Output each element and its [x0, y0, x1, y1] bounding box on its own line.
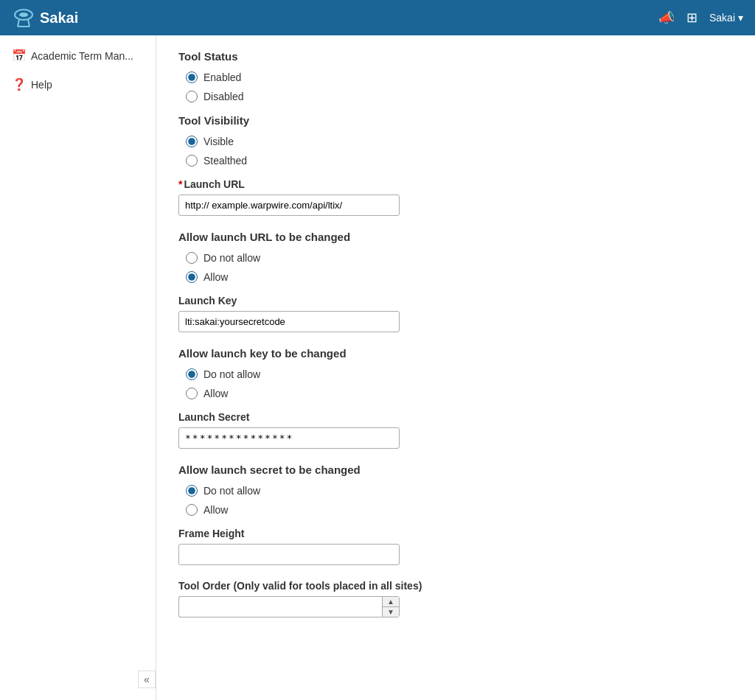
tool-visibility-visible-radio[interactable]: [186, 136, 198, 147]
spinner-controls: ▲ ▼: [382, 596, 400, 617]
tool-status-disabled-radio[interactable]: [186, 91, 198, 102]
allow-launch-url-do-not-allow-radio[interactable]: [186, 252, 198, 264]
allow-launch-url-section: Allow launch URL to be changed Do not al…: [178, 231, 733, 283]
svg-line-2: [18, 19, 19, 27]
allow-launch-key-section: Allow launch key to be changed Do not al…: [178, 347, 733, 399]
tool-visibility-stealthed-radio[interactable]: [186, 155, 198, 167]
allow-launch-secret-allow-radio[interactable]: [186, 504, 198, 516]
allow-launch-url-allow-radio[interactable]: [186, 271, 198, 283]
tool-status-disabled-label: Disabled: [203, 91, 243, 102]
tool-status-disabled-option[interactable]: Disabled: [186, 91, 733, 102]
tool-visibility-stealthed-label: Stealthed: [203, 155, 247, 167]
tool-order-spinner: ▲ ▼: [178, 596, 400, 617]
allow-launch-secret-do-not-allow-radio[interactable]: [186, 485, 198, 497]
allow-launch-key-do-not-allow-label: Do not allow: [203, 368, 260, 380]
allow-launch-secret-section: Allow launch secret to be changed Do not…: [178, 463, 733, 516]
allow-launch-url-do-not-allow-option[interactable]: Do not allow: [186, 252, 733, 264]
logo-text: Sakai: [40, 10, 78, 27]
user-menu[interactable]: Sakai ▾: [709, 12, 743, 24]
tool-order-section: Tool Order (Only valid for tools placed …: [178, 580, 733, 617]
allow-launch-secret-title: Allow launch secret to be changed: [178, 463, 733, 476]
tool-order-label: Tool Order (Only valid for tools placed …: [178, 580, 733, 592]
launch-key-label: Launch Key: [178, 295, 733, 307]
allow-launch-key-title: Allow launch key to be changed: [178, 347, 733, 360]
svg-point-1: [19, 13, 28, 17]
allow-launch-secret-radio-group: Do not allow Allow: [186, 485, 733, 516]
sidebar-item-academic-term[interactable]: 📅 Academic Term Man...: [0, 41, 156, 70]
sidebar-item-label-academic: Academic Term Man...: [31, 50, 133, 62]
tool-status-enabled-option[interactable]: Enabled: [186, 71, 733, 83]
tool-status-enabled-label: Enabled: [203, 71, 241, 83]
launch-key-section: Launch Key: [178, 295, 733, 332]
tool-visibility-title: Tool Visibility: [178, 114, 733, 127]
allow-launch-url-allow-option[interactable]: Allow: [186, 271, 733, 283]
grid-icon[interactable]: ⊞: [686, 10, 697, 26]
spinner-up-button[interactable]: ▲: [383, 597, 399, 607]
launch-url-section: *Launch URL: [178, 178, 733, 216]
tool-visibility-visible-option[interactable]: Visible: [186, 136, 733, 147]
allow-launch-url-title: Allow launch URL to be changed: [178, 231, 733, 243]
tool-status-enabled-radio[interactable]: [186, 71, 198, 83]
app-header: Sakai 📣 ⊞ Sakai ▾: [0, 0, 755, 35]
tool-visibility-radio-group: Visible Stealthed: [186, 136, 733, 167]
allow-launch-key-radio-group: Do not allow Allow: [186, 368, 733, 399]
launch-secret-label: Launch Secret: [178, 411, 733, 423]
allow-launch-url-do-not-allow-label: Do not allow: [203, 252, 260, 264]
sidebar-item-help[interactable]: ❓ Help: [0, 70, 156, 99]
launch-url-required-marker: *: [178, 178, 182, 190]
header-left: Sakai: [12, 6, 78, 29]
allow-launch-secret-do-not-allow-option[interactable]: Do not allow: [186, 485, 733, 497]
tool-status-radio-group: Enabled Disabled: [186, 71, 733, 102]
frame-height-label: Frame Height: [178, 528, 733, 539]
tool-status-title: Tool Status: [178, 50, 733, 63]
user-label: Sakai: [709, 12, 735, 24]
allow-launch-key-do-not-allow-option[interactable]: Do not allow: [186, 368, 733, 380]
tool-visibility-stealthed-option[interactable]: Stealthed: [186, 155, 733, 167]
allow-launch-key-do-not-allow-radio[interactable]: [186, 368, 198, 380]
allow-launch-secret-allow-option[interactable]: Allow: [186, 504, 733, 516]
allow-launch-secret-do-not-allow-label: Do not allow: [203, 485, 260, 497]
tool-visibility-visible-label: Visible: [203, 136, 234, 147]
tool-status-section: Tool Status Enabled Disabled: [178, 50, 733, 102]
launch-url-label: *Launch URL: [178, 178, 733, 190]
sidebar-item-label-help: Help: [31, 79, 52, 91]
calendar-icon: 📅: [12, 49, 25, 63]
allow-launch-key-allow-option[interactable]: Allow: [186, 388, 733, 399]
frame-height-input[interactable]: [178, 544, 400, 565]
collapse-icon: «: [144, 673, 150, 685]
launch-secret-section: Launch Secret: [178, 411, 733, 449]
launch-url-input[interactable]: [178, 195, 400, 216]
main-content: Tool Status Enabled Disabled Tool Visibi…: [156, 35, 755, 700]
frame-height-section: Frame Height: [178, 528, 733, 565]
sidebar: 📅 Academic Term Man... ❓ Help «: [0, 35, 156, 700]
allow-launch-url-allow-label: Allow: [203, 271, 228, 283]
body-layout: 📅 Academic Term Man... ❓ Help « Tool Sta…: [0, 35, 755, 700]
header-right: 📣 ⊞ Sakai ▾: [658, 10, 743, 26]
spinner-down-button[interactable]: ▼: [383, 607, 399, 617]
help-icon: ❓: [12, 77, 25, 91]
logo[interactable]: Sakai: [12, 6, 78, 29]
allow-launch-key-allow-radio[interactable]: [186, 388, 198, 399]
svg-line-3: [28, 19, 29, 27]
tool-visibility-section: Tool Visibility Visible Stealthed: [178, 114, 733, 167]
launch-secret-input[interactable]: [178, 427, 400, 449]
allow-launch-url-radio-group: Do not allow Allow: [186, 252, 733, 283]
dropdown-icon: ▾: [738, 12, 743, 24]
sidebar-collapse-button[interactable]: «: [138, 671, 156, 688]
allow-launch-secret-allow-label: Allow: [203, 504, 228, 516]
tool-order-input[interactable]: [178, 596, 382, 617]
megaphone-icon[interactable]: 📣: [658, 10, 675, 26]
allow-launch-key-allow-label: Allow: [203, 388, 228, 399]
launch-key-input[interactable]: [178, 311, 400, 332]
